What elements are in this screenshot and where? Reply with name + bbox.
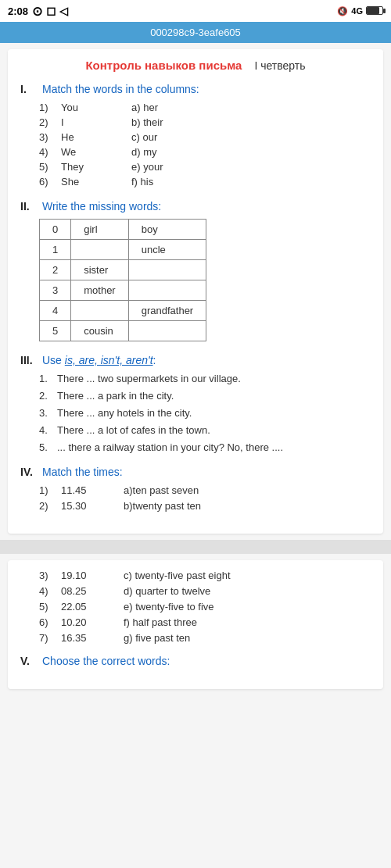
times-left: 10.20	[61, 616, 124, 628]
list-item: 6) 10.20 f) half past three	[39, 616, 371, 628]
section-3-header: III. Use is, are, isn't, aren't:	[20, 354, 371, 366]
section-1-num: I.	[20, 83, 36, 95]
word-table: 0 girl boy 1 uncle 2 sister 3 mother 4 g…	[39, 219, 206, 341]
times-list-2: 3) 19.10 c) twenty-five past eight 4) 08…	[39, 570, 371, 644]
times-num: 6)	[39, 616, 61, 628]
match-left: They	[61, 161, 131, 173]
table-cell-col1: sister	[71, 260, 128, 280]
times-right: d) quarter to twelve	[124, 585, 210, 597]
section-5-title: Choose the correct words:	[42, 655, 170, 667]
page-break	[0, 540, 391, 554]
time-display: 2:08	[8, 5, 28, 17]
times-num: 1)	[39, 484, 61, 496]
times-continued: 3) 19.10 c) twenty-five past eight 4) 08…	[20, 570, 371, 644]
match-right: f) his	[131, 176, 153, 188]
times-num: 5)	[39, 601, 61, 613]
sentence-num: 3.	[39, 407, 53, 419]
list-item: 3) 19.10 c) twenty-five past eight	[39, 570, 371, 581]
match-num: 2)	[39, 116, 61, 128]
list-item: 5) 22.05 e) twenty-five to five	[39, 601, 371, 613]
section-5: V. Choose the correct words:	[20, 655, 371, 667]
sentence-num: 4.	[39, 424, 53, 436]
sentence-text: ... there a railway station in your city…	[57, 441, 283, 453]
table-cell-col1: cousin	[71, 321, 128, 341]
list-item: 5) They e) your	[39, 161, 371, 173]
list-item: 1. There ... two supermarkets in our vil…	[39, 373, 371, 384]
match-right: d) my	[131, 146, 157, 158]
match-left: I	[61, 116, 131, 128]
content-box-1: Контроль навыков письма I четверть I. Ma…	[8, 49, 383, 534]
match-left: You	[61, 102, 131, 113]
times-right: a)ten past seven	[124, 484, 199, 496]
table-row: 3 mother	[40, 280, 206, 301]
list-item: 4) We d) my	[39, 146, 371, 158]
section-2-title: Write the missing words:	[42, 200, 161, 213]
list-item: 3) He c) our	[39, 131, 371, 143]
table-cell-num: 1	[40, 240, 71, 260]
circle-icon: ⊙	[32, 4, 42, 19]
times-right: f) half past three	[124, 616, 197, 628]
section-4-num: IV.	[20, 466, 36, 478]
status-left: 2:08 ⊙ ◻ ◁	[8, 4, 68, 19]
battery-container	[366, 6, 383, 16]
match-num: 4)	[39, 146, 61, 158]
table-row: 0 girl boy	[40, 220, 206, 240]
times-right: b)twenty past ten	[124, 500, 201, 512]
table-cell-col2	[128, 280, 206, 301]
table-row: 5 cousin	[40, 321, 206, 341]
sentence-num: 1.	[39, 373, 53, 384]
table-cell-num: 3	[40, 280, 71, 301]
table-cell-col2	[128, 260, 206, 280]
mute-icon: 🔇	[337, 6, 348, 16]
list-item: 4. There ... a lot of cafes in the town.	[39, 424, 371, 436]
match-left: We	[61, 146, 131, 158]
match-left: She	[61, 176, 131, 188]
list-item: 7) 16.35 g) five past ten	[39, 632, 371, 644]
section-1: I. Match the words in the columns: 1) Yo…	[20, 83, 371, 188]
sentence-text: There ... two supermarkets in our villag…	[57, 373, 241, 384]
times-num: 4)	[39, 585, 61, 597]
times-left: 19.10	[61, 570, 124, 581]
table-cell-col2: uncle	[128, 240, 206, 260]
times-num: 2)	[39, 500, 61, 512]
section-1-header: I. Match the words in the columns:	[20, 83, 371, 95]
times-left: 11.45	[61, 484, 124, 496]
use-title-before: Use	[42, 354, 65, 366]
times-left: 22.05	[61, 601, 124, 613]
signal-icon: 4G	[351, 6, 363, 16]
sentence-text: There ... a lot of cafes in the town.	[57, 424, 210, 436]
match-right: b) their	[131, 116, 163, 128]
page-title-main: Контроль навыков письма	[85, 59, 242, 72]
section-3: III. Use is, are, isn't, aren't: 1. Ther…	[20, 354, 371, 453]
times-num: 7)	[39, 632, 61, 644]
status-right: 🔇 4G	[337, 6, 383, 16]
match-right: a) her	[131, 102, 158, 113]
section-4-header: IV. Match the times:	[20, 466, 371, 478]
table-cell-col2: grandfather	[128, 301, 206, 321]
times-right: c) twenty-five past eight	[124, 570, 231, 581]
match-right: c) our	[131, 131, 157, 143]
times-left: 15.30	[61, 500, 124, 512]
times-num: 3)	[39, 570, 61, 581]
sentence-text: There ... any hotels in the city.	[57, 407, 192, 419]
section-2: II. Write the missing words: 0 girl boy …	[20, 200, 371, 341]
list-item: 3. There ... any hotels in the city.	[39, 407, 371, 419]
times-right: g) five past ten	[124, 632, 190, 644]
section-5-num: V.	[20, 655, 36, 667]
times-list-1: 1) 11.45 a)ten past seven 2) 15.30 b)twe…	[39, 484, 371, 512]
list-item: 2) I b) their	[39, 116, 371, 128]
section-4-title: Match the times:	[42, 466, 123, 478]
match-right: e) your	[131, 161, 163, 173]
table-row: 4 grandfather	[40, 301, 206, 321]
section-2-header: II. Write the missing words:	[20, 200, 371, 213]
table-cell-num: 4	[40, 301, 71, 321]
list-item: 4) 08.25 d) quarter to twelve	[39, 585, 371, 597]
list-item: 1) You a) her	[39, 102, 371, 113]
match-left: He	[61, 131, 131, 143]
table-cell-col2: boy	[128, 220, 206, 240]
section-3-num: III.	[20, 354, 36, 366]
use-title-after: :	[153, 354, 156, 366]
table-cell-col1	[71, 301, 128, 321]
page-title-row: Контроль навыков письма I четверть	[20, 59, 371, 72]
times-left: 08.25	[61, 585, 124, 597]
